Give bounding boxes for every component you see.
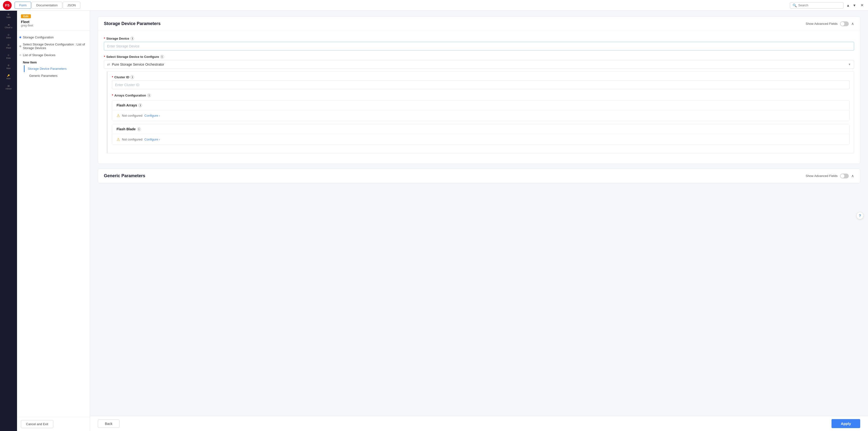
sidebar-item-external[interactable]: ⊙ Exte: [6, 54, 11, 59]
top-bar: F5 Form Documentation JSON 🔍 ▲ ▼ ✕: [0, 0, 868, 11]
nav-item-label: List of Storage Devices: [23, 53, 56, 57]
advanced-label: Show Advanced Fields: [805, 174, 838, 178]
search-up-button[interactable]: ▲: [845, 3, 851, 8]
cancel-exit-button[interactable]: Cancel and Exit: [21, 420, 53, 428]
select-device-label: * Select Storage Device to Configure ℹ: [104, 55, 854, 59]
info-icon-storage-device[interactable]: ℹ: [130, 37, 134, 40]
search-nav: ▲ ▼: [845, 3, 857, 8]
advanced-label: Show Advanced Fields: [805, 22, 838, 26]
label-text: Storage Device: [106, 37, 129, 40]
f5-logo: F5: [3, 1, 12, 10]
select-device-dropdown[interactable]: ⇄ Pure Storage Service Orchestrator ▼: [104, 60, 854, 69]
tab-group: Form Documentation JSON: [14, 2, 80, 9]
top-bar-right: 🔍 ▲ ▼ ✕: [790, 2, 865, 8]
fleet-name: Fleet: [21, 20, 86, 24]
chevron-up-icon[interactable]: ∧: [851, 22, 854, 26]
content-inner: Storage Device Parameters Show Advanced …: [90, 11, 868, 416]
generic-toggle-switch[interactable]: [840, 173, 849, 178]
nav-item-label: Select Storage Device Configuration : Li…: [23, 42, 86, 50]
sidebar-item-select[interactable]: ⊞ Sele: [6, 13, 11, 19]
label-text: Select Storage Device to Configure: [106, 55, 159, 59]
section-title-storage: Storage Device Parameters: [104, 21, 161, 26]
bottom-bar: Back Apply: [90, 416, 868, 431]
flash-arrays-label: Flash Arrays: [117, 103, 137, 107]
sidebar-item-label: Cloud a: [5, 26, 12, 29]
generic-parameters-section: Generic Parameters Show Advanced Fields …: [98, 169, 860, 183]
flash-blade-status: ⚠ Not configured Configure ›: [117, 137, 845, 142]
flash-blade-header: Flash Blade ℹ: [112, 124, 849, 134]
advanced-toggle-switch[interactable]: [840, 22, 849, 26]
required-marker: *: [112, 94, 113, 97]
nav-item-storage-config[interactable]: Storage Configuration: [17, 34, 90, 41]
arrays-config-section: * Arrays Configuration ℹ Flash Arrays: [112, 94, 849, 145]
info-icon-cluster-id[interactable]: ℹ: [130, 75, 134, 79]
nav-item-select-storage[interactable]: Select Storage Device Configuration : Li…: [17, 41, 90, 52]
flash-blade-label: Flash Blade: [117, 127, 136, 131]
flash-arrays-status: ⚠ Not configured Configure ›: [117, 113, 845, 118]
content-area: Storage Device Parameters Show Advanced …: [90, 11, 868, 431]
info-icon-arrays-config[interactable]: ℹ: [147, 94, 151, 97]
help-button[interactable]: ?: [856, 212, 864, 219]
info-icon-flash-blade[interactable]: ℹ: [137, 127, 141, 131]
external-icon: ⊙: [7, 54, 9, 56]
label-text: Cluster ID: [114, 75, 129, 79]
nav-item-generic-params[interactable]: Generic Parameters: [17, 72, 90, 79]
required-marker: *: [112, 75, 113, 79]
storage-device-field: * Storage Device ℹ: [104, 37, 854, 51]
cluster-id-input[interactable]: [112, 80, 849, 89]
cloud-icon: ☁: [7, 23, 10, 26]
shuffle-icon: ⇄: [107, 63, 110, 66]
nav-item-label: Storage Configuration: [23, 35, 54, 39]
search-icon: 🔍: [793, 3, 797, 7]
sidebar-item-label: Exte: [6, 57, 11, 59]
info-icon-select-device[interactable]: ℹ: [160, 55, 164, 59]
sidebar-item-manage[interactable]: ⚙ Man: [6, 64, 11, 69]
nav-sub-item-label: Generic Parameters: [29, 74, 57, 77]
search-close-button[interactable]: ✕: [859, 2, 865, 8]
search-box: 🔍: [790, 2, 843, 8]
chevron-right-icon: ›: [159, 114, 160, 118]
main-layout: ⊞ Sele ☁ Cloud a ◎ Sites ⊟ Fleet ⊙ Exte …: [0, 11, 868, 431]
flash-arrays-section: Flash Arrays ℹ ⚠ Not configured: [112, 100, 849, 121]
select-device-field: * Select Storage Device to Configure ℹ ⇄…: [104, 55, 854, 154]
flash-arrays-configure-link[interactable]: Configure ›: [145, 114, 160, 118]
nav-group-new-item: New Item: [17, 59, 90, 65]
nav-item-list-storage[interactable]: List of Storage Devices: [17, 52, 90, 59]
sidebar-item-advanced[interactable]: ▤ Advan: [5, 85, 12, 90]
label-text: Arrays Configuration: [114, 94, 146, 97]
sidebar-item-sites[interactable]: ◎ Sites: [6, 34, 11, 39]
sidebar-item-fleet[interactable]: ⊟ Fleet: [6, 44, 11, 49]
gear-icon: ⚙: [7, 64, 9, 67]
storage-device-input[interactable]: [104, 42, 854, 51]
tab-json[interactable]: JSON: [63, 2, 81, 9]
nav-panel: Edit Fleet greg-fleet Storage Configurat…: [17, 11, 90, 431]
section-header-generic: Generic Parameters Show Advanced Fields …: [98, 169, 860, 183]
sidebar-item-label: Fleet: [6, 47, 11, 49]
flash-blade-configure-link[interactable]: Configure ›: [145, 138, 160, 141]
sidebar-item-cloud[interactable]: ☁ Cloud a: [5, 23, 12, 29]
fleet-icon: ⊟: [7, 44, 9, 46]
tab-form[interactable]: Form: [14, 2, 31, 9]
tab-documentation[interactable]: Documentation: [32, 2, 62, 9]
storage-device-section: Storage Device Parameters Show Advanced …: [98, 16, 860, 164]
not-configured-text: Not configured: [122, 138, 143, 141]
search-down-button[interactable]: ▼: [852, 3, 857, 8]
nav-tree: Storage Configuration Select Storage Dev…: [17, 31, 90, 417]
sidebar-item-manage2[interactable]: 🔑 Man: [6, 74, 11, 80]
nav-item-storage-params[interactable]: Storage Device Parameters: [17, 65, 90, 72]
chevron-down-icon: ▼: [848, 63, 851, 66]
chevron-up-icon[interactable]: ∧: [851, 173, 854, 178]
info-icon-flash-arrays[interactable]: ℹ: [138, 104, 142, 107]
sidebar: ⊞ Sele ☁ Cloud a ◎ Sites ⊟ Fleet ⊙ Exte …: [0, 11, 17, 431]
flash-arrays-header: Flash Arrays ℹ: [112, 100, 849, 110]
required-marker: *: [104, 37, 105, 40]
search-input[interactable]: [798, 3, 841, 7]
sidebar-item-label: Advan: [5, 88, 12, 90]
advanced-toggle-generic: Show Advanced Fields ∧: [805, 173, 854, 178]
section-body-storage: * Storage Device ℹ * Select Storage Devi…: [98, 31, 860, 164]
nav-bottom: Cancel and Exit: [17, 417, 90, 431]
arrays-config-label: * Arrays Configuration ℹ: [112, 94, 849, 97]
back-button[interactable]: Back: [98, 420, 119, 428]
apply-button[interactable]: Apply: [832, 419, 860, 428]
flash-blade-section: Flash Blade ℹ ⚠ Not configured: [112, 124, 849, 145]
